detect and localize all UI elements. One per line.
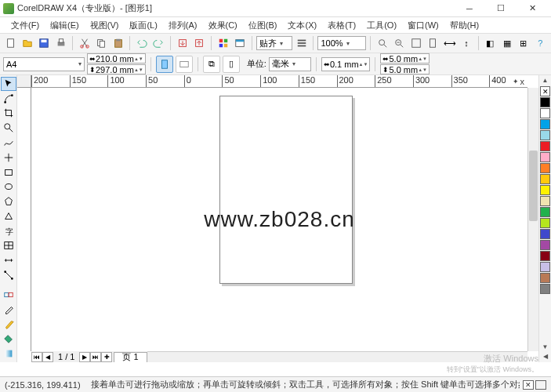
- height-spin[interactable]: ⬍ 297.0 mm▲▼: [87, 64, 146, 74]
- menu-text[interactable]: 文本(X): [283, 18, 321, 33]
- horizontal-ruler[interactable]: 20015010050050100150200250300350400: [31, 75, 527, 88]
- width-spin[interactable]: ⬌ 210.0 mm▲▼: [87, 53, 146, 64]
- maximize-button[interactable]: ☐: [485, 1, 517, 16]
- color-swatch[interactable]: [540, 130, 550, 140]
- app-launcher-button[interactable]: [216, 35, 230, 51]
- color-swatch[interactable]: [540, 207, 550, 217]
- view-button-2[interactable]: ▦: [499, 35, 514, 51]
- color-swatch[interactable]: [540, 284, 550, 294]
- first-page-button[interactable]: ⏮: [31, 352, 42, 362]
- view-button-1[interactable]: ◧: [483, 35, 498, 51]
- page-tab[interactable]: 页 1: [114, 352, 147, 362]
- view-button-3[interactable]: ⊞: [516, 35, 531, 51]
- color-swatch[interactable]: [540, 229, 550, 239]
- color-swatch[interactable]: [540, 108, 550, 118]
- current-page-button[interactable]: ▯: [223, 56, 240, 73]
- connector-tool[interactable]: [1, 268, 16, 282]
- outline-tool[interactable]: [1, 318, 16, 332]
- dup-y-spin[interactable]: ⬍ 5.0 mm▲▼: [380, 64, 430, 74]
- color-swatch[interactable]: [540, 163, 550, 173]
- color-swatch[interactable]: [540, 218, 550, 228]
- paper-combo[interactable]: A4▾: [3, 57, 85, 71]
- polygon-tool[interactable]: [1, 194, 16, 209]
- help-button[interactable]: ?: [533, 35, 548, 51]
- menu-table[interactable]: 表格(T): [323, 18, 361, 33]
- menu-arrange[interactable]: 排列(A): [164, 18, 202, 33]
- next-page-button[interactable]: ▶: [79, 352, 90, 362]
- freehand-tool[interactable]: [1, 136, 16, 150]
- menu-help[interactable]: 帮助(H): [445, 18, 484, 33]
- pick-tool[interactable]: [1, 77, 16, 91]
- color-swatch[interactable]: [540, 152, 550, 162]
- color-swatch[interactable]: [540, 174, 550, 184]
- undo-button[interactable]: [134, 35, 149, 51]
- unit-combo[interactable]: 毫米▾: [269, 57, 311, 71]
- cut-button[interactable]: [77, 35, 92, 51]
- welcome-button[interactable]: [232, 35, 247, 51]
- scrollbar-thumb[interactable]: [529, 151, 538, 221]
- fill-tool[interactable]: [1, 332, 16, 347]
- zoom-out-button[interactable]: [392, 35, 407, 51]
- prev-page-button[interactable]: ◀: [42, 352, 53, 362]
- snap-combo[interactable]: 贴齐▾: [256, 36, 293, 50]
- zoom-tool[interactable]: [1, 121, 16, 135]
- export-button[interactable]: [192, 35, 207, 51]
- menu-bitmap[interactable]: 位图(B): [244, 18, 282, 33]
- zoom-width-button[interactable]: ⟷: [442, 35, 457, 51]
- last-page-button[interactable]: ⏭: [90, 352, 101, 362]
- color-swatch[interactable]: [540, 141, 550, 151]
- options-button[interactable]: [294, 35, 309, 51]
- color-swatch[interactable]: [540, 251, 550, 261]
- palette-down-button[interactable]: ▼: [539, 343, 551, 353]
- minimize-button[interactable]: ─: [454, 1, 485, 16]
- no-color-swatch[interactable]: [540, 86, 550, 96]
- drawing-viewport[interactable]: www.zb028.cn: [31, 88, 527, 351]
- outline-indicator-icon[interactable]: [535, 380, 546, 390]
- vertical-ruler[interactable]: [17, 88, 31, 351]
- color-swatch[interactable]: [540, 119, 550, 129]
- color-swatch[interactable]: [540, 262, 550, 272]
- new-button[interactable]: [3, 35, 18, 51]
- smart-tool[interactable]: [1, 151, 16, 165]
- color-swatch[interactable]: [540, 97, 550, 107]
- menu-tools[interactable]: 工具(O): [362, 18, 401, 33]
- print-button[interactable]: [53, 35, 68, 51]
- paste-button[interactable]: [111, 35, 125, 51]
- menu-effects[interactable]: 效果(C): [204, 18, 242, 33]
- table-tool[interactable]: [1, 239, 16, 253]
- menu-edit[interactable]: 编辑(E): [45, 18, 84, 33]
- ruler-origin[interactable]: [17, 75, 31, 88]
- dup-x-spin[interactable]: ⬌ 5.0 mm▲▼: [380, 53, 430, 64]
- zoom-page-button[interactable]: [425, 35, 440, 51]
- eyedropper-tool[interactable]: [1, 303, 16, 317]
- color-swatch[interactable]: [540, 196, 550, 206]
- close-button[interactable]: ✕: [517, 1, 548, 16]
- page-canvas[interactable]: [219, 96, 353, 284]
- zoom-height-button[interactable]: ↕: [459, 35, 473, 51]
- palette-flyout-button[interactable]: ◀: [539, 353, 551, 362]
- menu-file[interactable]: 文件(F): [6, 18, 44, 33]
- interactive-fill-tool[interactable]: [1, 347, 16, 361]
- menu-window[interactable]: 窗口(W): [403, 18, 444, 33]
- palette-up-button[interactable]: ▲: [539, 77, 551, 86]
- vertical-scrollbar[interactable]: [527, 88, 538, 351]
- color-swatch[interactable]: [540, 273, 550, 283]
- add-page-button[interactable]: ✚: [101, 352, 112, 362]
- dimension-tool[interactable]: [1, 253, 16, 267]
- text-tool[interactable]: 字: [1, 224, 16, 238]
- menu-view[interactable]: 视图(V): [85, 18, 124, 33]
- color-swatch[interactable]: [540, 185, 550, 195]
- all-pages-button[interactable]: ⧉: [203, 56, 220, 73]
- save-button[interactable]: [37, 35, 52, 51]
- basic-shapes-tool[interactable]: [1, 209, 16, 223]
- menu-layout[interactable]: 版面(L): [125, 18, 161, 33]
- shape-tool[interactable]: [1, 92, 16, 106]
- portrait-button[interactable]: [156, 56, 173, 73]
- ellipse-tool[interactable]: [1, 180, 16, 194]
- import-button[interactable]: [175, 35, 190, 51]
- blend-tool[interactable]: [1, 288, 16, 302]
- open-button[interactable]: [20, 35, 34, 51]
- nudge-spin[interactable]: ⬌ 0.1 mm▲▼: [321, 57, 371, 71]
- zoom-combo[interactable]: 100%▾: [317, 36, 366, 50]
- crop-tool[interactable]: [1, 107, 16, 121]
